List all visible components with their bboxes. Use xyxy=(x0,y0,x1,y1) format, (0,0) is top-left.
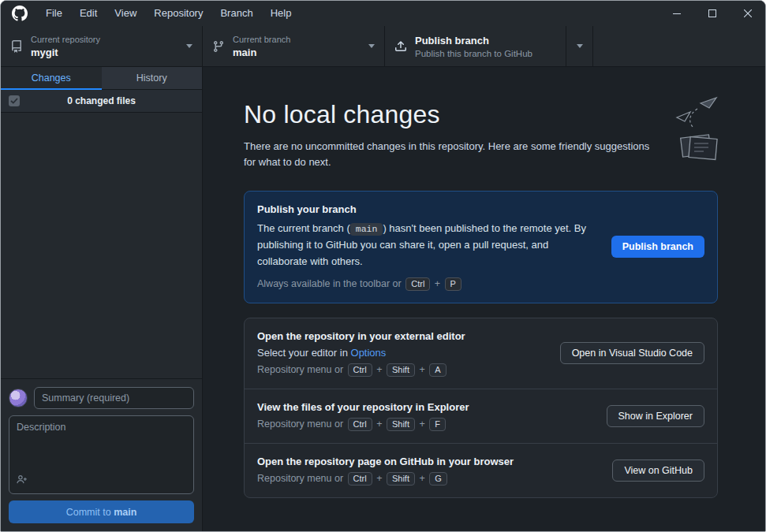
plus-separator: + xyxy=(419,419,424,430)
tab-history[interactable]: History xyxy=(102,67,203,90)
titlebar: File Edit View Repository Branch Help xyxy=(1,1,765,26)
publish-branch-button[interactable]: Publish branch xyxy=(611,236,704,258)
changed-files-checkbox[interactable] xyxy=(9,95,20,106)
menu-branch[interactable]: Branch xyxy=(211,1,261,26)
plus-separator: + xyxy=(419,473,424,484)
changed-files-count: 0 changed files xyxy=(20,95,194,106)
no-changes-illustration xyxy=(655,95,727,168)
check-icon xyxy=(10,98,18,104)
repository-name: mygit xyxy=(31,47,178,58)
suggestion-text: View the files of your repository in Exp… xyxy=(257,401,607,431)
branch-code: main xyxy=(350,223,383,236)
plus-separator: + xyxy=(435,278,440,289)
publish-hint-text: Always available in the toolbar or xyxy=(257,278,404,289)
plus-separator: + xyxy=(376,473,382,484)
toolbar-publish-button[interactable]: Publish branch Publish this branch to Gi… xyxy=(385,26,566,66)
chevron-down-icon xyxy=(186,44,192,48)
publish-title: Publish branch xyxy=(415,35,556,47)
chevron-down-icon xyxy=(577,44,583,48)
github-logo-icon xyxy=(1,6,37,21)
menu-view[interactable]: View xyxy=(106,1,145,26)
publish-subtitle: Publish this branch to GitHub xyxy=(415,49,556,58)
publish-panel-body: The current branch (main) hasn't been pu… xyxy=(257,221,597,270)
commit-button-text: Commit to xyxy=(66,507,114,518)
close-icon xyxy=(744,9,752,17)
toolbar-branch-button[interactable]: Current branch main xyxy=(203,26,385,66)
maximize-icon xyxy=(708,9,716,17)
commit-button-branch: main xyxy=(114,507,136,518)
plus-separator: + xyxy=(376,419,382,430)
git-branch-icon xyxy=(212,40,225,53)
plus-separator: + xyxy=(419,364,424,375)
suggestions-list: Open the repository in your external edi… xyxy=(244,318,718,498)
suggestion-row-external-editor: Open the repository in your external edi… xyxy=(245,318,717,389)
kbd-ctrl: Ctrl xyxy=(348,363,372,377)
sidebar: Changes History 0 changed files xyxy=(1,67,203,531)
changes-file-list xyxy=(1,113,202,378)
kbd-ctrl: Ctrl xyxy=(348,472,372,485)
publish-panel-hint: Always available in the toolbar or Ctrl … xyxy=(257,277,597,291)
open-in-vscode-button[interactable]: Open in Visual Studio Code xyxy=(560,342,704,364)
tab-changes[interactable]: Changes xyxy=(1,67,102,90)
window-minimize-button[interactable] xyxy=(659,1,694,26)
description-textarea[interactable] xyxy=(9,416,193,476)
commit-form: Commit to main xyxy=(1,378,202,531)
minimize-icon xyxy=(673,9,681,17)
repository-text: Current repository mygit xyxy=(31,35,178,58)
app-window: File Edit View Repository Branch Help Cu… xyxy=(0,0,766,532)
kbd-p: P xyxy=(445,277,461,291)
suggestion-text: Open the repository in your external edi… xyxy=(257,330,560,377)
suggestion-text: Open the repository page on GitHub in yo… xyxy=(257,456,612,485)
editor-line-text: Select your editor in xyxy=(257,347,351,359)
suggestion-row-github: Open the repository page on GitHub in yo… xyxy=(245,443,717,497)
menu-edit[interactable]: Edit xyxy=(71,1,106,26)
repository-label: Current repository xyxy=(31,35,178,44)
kbd-a: A xyxy=(429,363,446,377)
repo-icon xyxy=(10,40,23,53)
content: Changes History 0 changed files xyxy=(1,67,765,531)
summary-input[interactable] xyxy=(34,387,194,409)
add-coauthor-icon[interactable] xyxy=(16,474,28,489)
changed-files-row: 0 changed files xyxy=(1,90,202,113)
hint-text: Repository menu or xyxy=(257,364,346,375)
suggestion-hint: Repository menu or Ctrl + Shift + A xyxy=(257,363,546,377)
toolbar-empty-space xyxy=(593,26,765,66)
hint-text: Repository menu or xyxy=(257,419,346,430)
view-on-github-button[interactable]: View on GitHub xyxy=(612,459,704,482)
kbd-f: F xyxy=(429,418,446,431)
branch-label: Current branch xyxy=(233,35,361,44)
plus-separator: + xyxy=(376,364,382,375)
options-link[interactable]: Options xyxy=(351,347,387,359)
kbd-ctrl: Ctrl xyxy=(348,418,372,431)
suggestion-hint: Repository menu or Ctrl + Shift + F xyxy=(257,418,592,431)
description-box xyxy=(9,415,194,494)
kbd-g: G xyxy=(429,472,447,485)
kbd-shift: Shift xyxy=(387,418,415,431)
avatar xyxy=(9,389,28,407)
suggestion-hint: Repository menu or Ctrl + Shift + G xyxy=(257,472,598,485)
publish-panel-text: Publish your branch The current branch (… xyxy=(257,203,611,290)
publish-body-pre: The current branch ( xyxy=(257,222,350,234)
commit-button[interactable]: Commit to main xyxy=(9,500,194,523)
toolbar-repository-button[interactable]: Current repository mygit xyxy=(1,26,203,66)
branch-name: main xyxy=(233,47,361,58)
summary-row xyxy=(9,387,194,409)
window-maximize-button[interactable] xyxy=(694,1,730,26)
publish-branch-panel: Publish your branch The current branch (… xyxy=(244,191,718,303)
kbd-shift: Shift xyxy=(387,363,415,377)
toolbar-publish-dropdown-button[interactable] xyxy=(566,26,593,66)
suggestion-title: Open the repository in your external edi… xyxy=(257,330,546,342)
sidebar-tabs: Changes History xyxy=(1,67,202,90)
suggestion-line: Select your editor in Options xyxy=(257,347,546,359)
page-subtitle: There are no uncommitted changes in this… xyxy=(244,139,662,170)
hint-text: Repository menu or xyxy=(257,473,346,484)
menu-help[interactable]: Help xyxy=(262,1,301,26)
menu-repository[interactable]: Repository xyxy=(145,1,211,26)
window-close-button[interactable] xyxy=(730,1,765,26)
menu-file[interactable]: File xyxy=(37,1,71,26)
kbd-ctrl: Ctrl xyxy=(405,277,430,291)
show-in-explorer-button[interactable]: Show in Explorer xyxy=(607,405,705,427)
kbd-shift: Shift xyxy=(387,472,415,485)
suggestion-title: View the files of your repository in Exp… xyxy=(257,401,592,413)
publish-panel-title: Publish your branch xyxy=(257,203,597,215)
